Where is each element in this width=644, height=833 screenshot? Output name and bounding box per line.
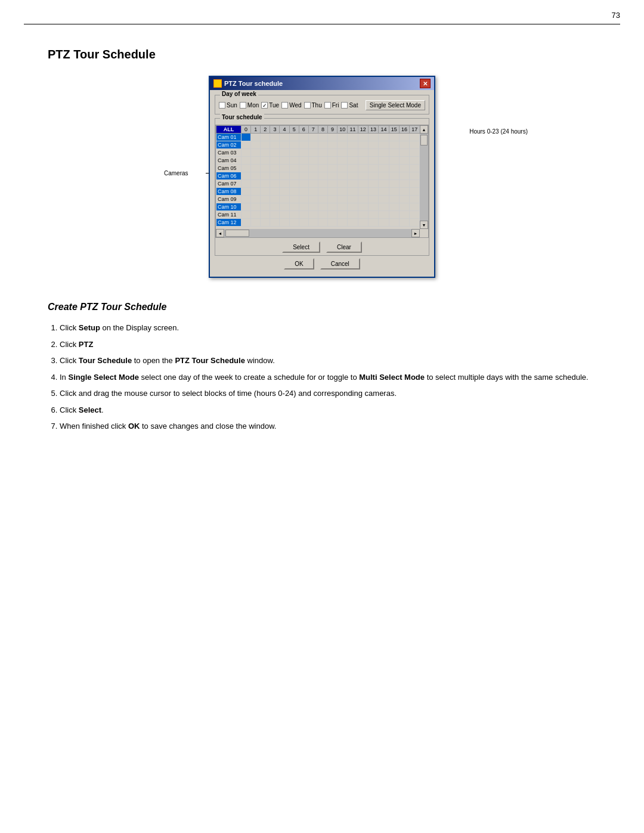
cam02-label: Cam 02 bbox=[216, 141, 242, 149]
clear-button[interactable]: Clear bbox=[326, 241, 362, 253]
cam01-cell1[interactable] bbox=[251, 134, 261, 141]
step-7: When finished click OK to save changes a… bbox=[60, 420, 596, 432]
vertical-scrollbar[interactable]: ▲ ▼ bbox=[420, 125, 428, 229]
sat-label: Sat bbox=[349, 102, 358, 109]
day-of-week-label: Day of week bbox=[220, 91, 258, 97]
table-row[interactable]: Cam 03 bbox=[216, 149, 420, 157]
step-6: Click Select. bbox=[60, 404, 596, 416]
table-row[interactable]: Cam 06 bbox=[216, 172, 420, 180]
ok-button[interactable]: OK bbox=[284, 258, 314, 270]
col-header-17: 17 bbox=[410, 126, 420, 134]
thu-label: Thu bbox=[312, 102, 322, 109]
thu-checkbox[interactable] bbox=[304, 102, 311, 109]
step-4: In Single Select Mode select one day of … bbox=[60, 371, 596, 383]
table-row[interactable]: Cam 01 bbox=[216, 134, 420, 141]
fri-checkbox[interactable] bbox=[324, 102, 331, 109]
scroll-up-button[interactable]: ▲ bbox=[420, 125, 428, 134]
cameras-annotation: Cameras bbox=[164, 170, 188, 176]
day-wed[interactable]: Wed bbox=[281, 102, 301, 109]
scroll-track-vertical bbox=[420, 134, 428, 221]
scroll-track-horizontal bbox=[224, 229, 411, 237]
scroll-down-button[interactable]: ▼ bbox=[420, 221, 428, 229]
cancel-button[interactable]: Cancel bbox=[320, 258, 360, 270]
table-row[interactable]: Cam 11 bbox=[216, 211, 420, 219]
col-header-10: 10 bbox=[338, 126, 348, 134]
scroll-corner bbox=[420, 229, 428, 237]
tue-label: Tue bbox=[269, 102, 279, 109]
select-clear-buttons: Select Clear bbox=[215, 238, 429, 255]
sun-label: Sun bbox=[227, 102, 237, 109]
scroll-thumb[interactable] bbox=[420, 135, 428, 145]
col-header-0: 0 bbox=[242, 126, 251, 134]
dialog-title: PTZ Tour schedule bbox=[224, 80, 283, 87]
col-header-11: 11 bbox=[348, 126, 358, 134]
wed-label: Wed bbox=[289, 102, 301, 109]
wed-checkbox[interactable] bbox=[281, 102, 288, 109]
cam07-label: Cam 07 bbox=[216, 180, 242, 188]
step-5: Click and drag the mouse cursor to selec… bbox=[60, 388, 596, 400]
table-row[interactable]: Cam 07 bbox=[216, 180, 420, 188]
cam01-label: Cam 01 bbox=[216, 134, 242, 141]
table-row[interactable]: Cam 02 bbox=[216, 141, 420, 149]
cam10-label: Cam 10 bbox=[216, 203, 242, 211]
day-tue[interactable]: Tue bbox=[261, 102, 279, 109]
scroll-right-button[interactable]: ► bbox=[411, 229, 420, 237]
step2-bold: PTZ bbox=[79, 340, 94, 349]
table-row[interactable]: Cam 05 bbox=[216, 165, 420, 172]
mon-label: Mon bbox=[247, 102, 259, 109]
ok-cancel-buttons: OK Cancel bbox=[215, 256, 429, 272]
scroll-hthumb[interactable] bbox=[225, 230, 249, 237]
single-select-mode-button[interactable]: Single Select Mode bbox=[366, 100, 425, 110]
day-sat[interactable]: Sat bbox=[341, 102, 358, 109]
table-row[interactable]: Cam 09 bbox=[216, 196, 420, 203]
col-header-2: 2 bbox=[261, 126, 270, 134]
table-row[interactable]: Cam 12 bbox=[216, 219, 420, 227]
step4-bold1: Single Select Mode bbox=[68, 373, 138, 382]
col-header-14: 14 bbox=[379, 126, 389, 134]
col-header-3: 3 bbox=[270, 126, 280, 134]
step-2: Click PTZ bbox=[60, 339, 596, 351]
table-row[interactable]: Cam 04 bbox=[216, 157, 420, 165]
step-3: Click Tour Schedule to open the PTZ Tour… bbox=[60, 355, 596, 367]
dialog-titlebar-icon bbox=[213, 79, 222, 88]
sat-checkbox[interactable] bbox=[341, 102, 348, 109]
col-header-1: 1 bbox=[251, 126, 261, 134]
col-header-12: 12 bbox=[358, 126, 368, 134]
day-thu[interactable]: Thu bbox=[304, 102, 322, 109]
tue-checkbox[interactable] bbox=[261, 102, 268, 109]
select-button[interactable]: Select bbox=[282, 241, 320, 253]
step1-bold: Setup bbox=[79, 323, 100, 332]
col-header-7: 7 bbox=[308, 126, 318, 134]
table-row[interactable]: Cam 10 bbox=[216, 203, 420, 211]
fri-label: Fri bbox=[332, 102, 339, 109]
ptz-tour-schedule-dialog: PTZ Tour schedule ✕ Day of week Sun bbox=[209, 76, 435, 278]
col-header-5: 5 bbox=[289, 126, 299, 134]
cam04-label: Cam 04 bbox=[216, 157, 242, 165]
scroll-left-button[interactable]: ◄ bbox=[216, 229, 224, 237]
dialog-close-button[interactable]: ✕ bbox=[420, 79, 431, 88]
cam08-label: Cam 08 bbox=[216, 188, 242, 196]
horizontal-scrollbar[interactable]: ◄ ► bbox=[216, 229, 420, 237]
day-of-week-group: Day of week Sun Mon bbox=[215, 95, 429, 114]
day-checkboxes: Sun Mon Tue bbox=[219, 100, 425, 110]
sun-checkbox[interactable] bbox=[219, 102, 225, 109]
col-header-9: 9 bbox=[328, 126, 338, 134]
day-sun[interactable]: Sun bbox=[219, 102, 237, 109]
numbered-steps: Click Setup on the Display screen. Click… bbox=[48, 322, 596, 432]
step6-bold: Select bbox=[79, 405, 101, 414]
col-header-4: 4 bbox=[280, 126, 289, 134]
table-row[interactable]: Cam 08 bbox=[216, 188, 420, 196]
section2-title: Create PTZ Tour Schedule bbox=[48, 302, 596, 312]
mon-checkbox[interactable] bbox=[240, 102, 246, 109]
cam01-cell0[interactable] bbox=[242, 134, 251, 141]
cam11-label: Cam 11 bbox=[216, 211, 242, 219]
col-header-15: 15 bbox=[389, 126, 399, 134]
col-header-16: 16 bbox=[399, 126, 409, 134]
hours-annotation: Hours 0-23 (24 hours) bbox=[469, 128, 528, 135]
cam12-label: Cam 12 bbox=[216, 219, 242, 227]
section1-title: PTZ Tour Schedule bbox=[48, 48, 596, 61]
day-mon[interactable]: Mon bbox=[240, 102, 259, 109]
day-fri[interactable]: Fri bbox=[324, 102, 339, 109]
col-header-all[interactable]: ALL bbox=[216, 126, 242, 134]
cam09-label: Cam 09 bbox=[216, 196, 242, 203]
